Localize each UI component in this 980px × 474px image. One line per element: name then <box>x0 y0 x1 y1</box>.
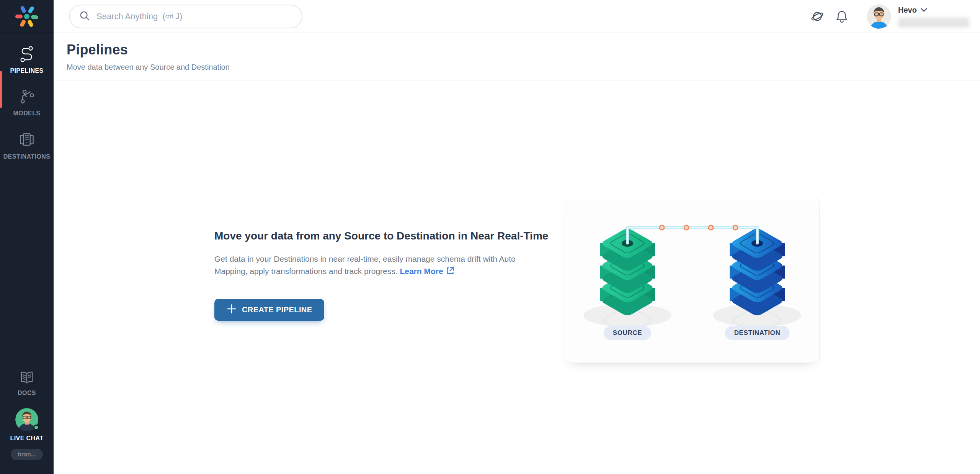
active-item-indicator <box>0 71 2 108</box>
sidebar-item-label: PIPELINES <box>10 67 43 74</box>
search-input[interactable]: Search Anything (ctrl J) <box>69 5 302 28</box>
account-name: Hevo <box>898 6 917 15</box>
sidebar-item-destinations[interactable]: DESTINATIONS <box>0 124 54 167</box>
docs-book-icon <box>19 370 34 386</box>
learn-more-link[interactable]: Learn More <box>400 267 454 276</box>
sidebar-footer: DOCS <box>0 370 54 474</box>
redacted-account-email <box>898 18 969 28</box>
destination-badge: DESTINATION <box>725 326 790 340</box>
main-content: Move your data from any Source to Destin… <box>54 80 980 474</box>
sidebar-item-pipelines[interactable]: PIPELINES <box>0 38 54 81</box>
empty-state-text: Move your data from any Source to Destin… <box>214 228 559 321</box>
hevo-logo[interactable] <box>0 0 54 33</box>
sidebar-item-label: MODELS <box>13 110 41 117</box>
sidebar-nav: PIPELINES MODELS <box>0 33 54 370</box>
page-header: Pipelines Move data between any Source a… <box>54 33 980 80</box>
user-avatar[interactable] <box>867 4 891 29</box>
plus-icon <box>227 304 237 316</box>
page-title: Pipelines <box>67 42 980 58</box>
search-icon <box>79 10 90 23</box>
page-subtitle: Move data between any Source and Destina… <box>67 63 980 72</box>
destinations-icon <box>19 131 35 149</box>
topbar-right-cluster: Hevo <box>810 0 969 33</box>
planet-icon[interactable] <box>810 9 825 24</box>
chevron-down-icon <box>921 8 927 12</box>
bell-icon[interactable] <box>835 9 849 24</box>
account-menu: Hevo <box>898 6 969 28</box>
topbar: Search Anything (ctrl J) <box>54 0 980 33</box>
live-chat-launcher[interactable]: LIVE CHAT <box>10 408 44 442</box>
search-placeholder: Search Anything (ctrl J) <box>96 11 182 21</box>
live-chat-avatar <box>15 408 38 431</box>
pipeline-illustration-card: SOURCE DESTINATION <box>564 199 820 363</box>
sidebar-item-label: DESTINATIONS <box>3 153 51 160</box>
sidebar: PIPELINES MODELS <box>0 0 54 474</box>
sidebar-item-models[interactable]: MODELS <box>0 81 54 124</box>
live-chat-label: LIVE CHAT <box>10 435 44 442</box>
workspace-badge[interactable]: bran... <box>11 449 43 460</box>
sidebar-item-label: DOCS <box>18 390 36 397</box>
pipelines-icon <box>19 46 34 63</box>
sidebar-item-docs[interactable]: DOCS <box>18 370 36 397</box>
empty-state-description: Get data in your Destinations in near re… <box>214 253 544 279</box>
app-window: PIPELINES MODELS <box>0 0 980 474</box>
online-status-dot <box>33 425 39 430</box>
external-link-icon <box>446 266 455 279</box>
hevo-starburst-icon <box>15 4 39 29</box>
source-badge: SOURCE <box>604 326 651 340</box>
account-dropdown[interactable]: Hevo <box>898 6 969 15</box>
create-pipeline-button[interactable]: CREATE PIPELINE <box>214 299 324 321</box>
models-icon <box>19 89 34 106</box>
empty-state-heading: Move your data from any Source to Destin… <box>214 228 559 244</box>
